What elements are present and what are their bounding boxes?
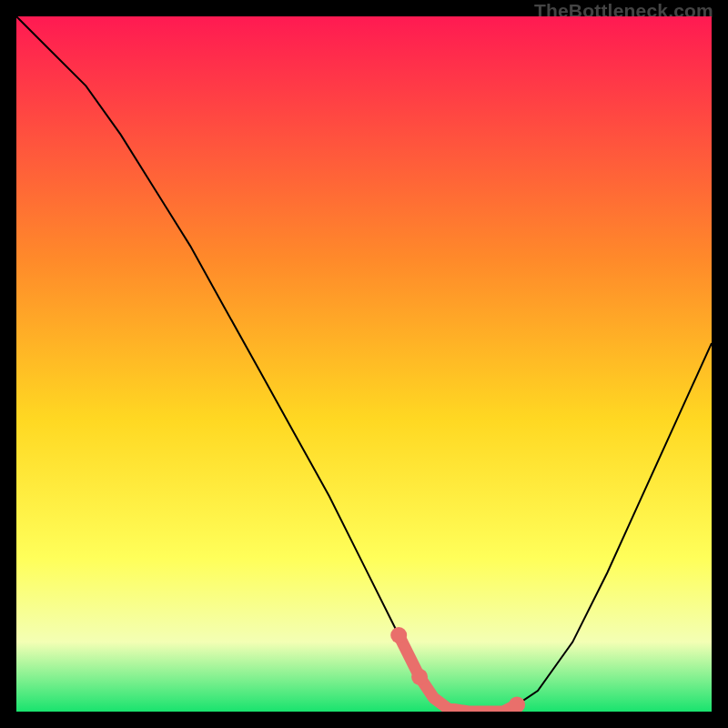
highlight-dot (411, 669, 428, 685)
chart-frame (16, 16, 712, 712)
gradient-background (16, 16, 712, 712)
bottleneck-chart (16, 16, 712, 712)
highlight-dot (390, 627, 407, 643)
